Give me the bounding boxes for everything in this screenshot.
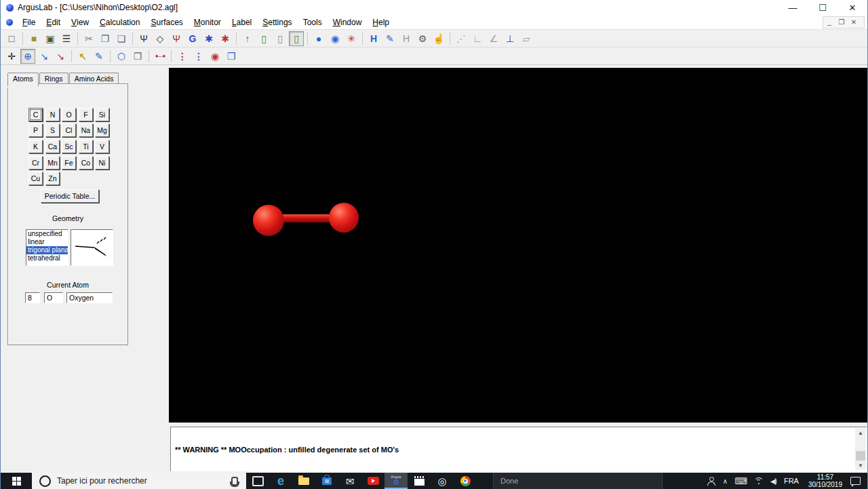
sphere-display-icon[interactable]: ● xyxy=(311,31,326,46)
menu-label[interactable]: Label xyxy=(226,15,257,30)
select-tool-icon[interactable]: ↖ xyxy=(75,49,90,64)
action-center-icon[interactable] xyxy=(850,477,861,485)
volume-icon[interactable]: ◀) xyxy=(767,477,780,485)
scale-z-tool-icon[interactable]: ↘ xyxy=(37,49,52,64)
energy-meter-icon[interactable]: ▯ xyxy=(289,31,304,46)
hide-hydrogens-icon[interactable]: H xyxy=(399,31,414,46)
duplicate-icon[interactable]: ❐ xyxy=(130,49,145,64)
edit-labels-icon[interactable]: ✎ xyxy=(382,31,397,46)
close-button[interactable]: ✕ xyxy=(837,0,867,15)
rotate-tool-icon[interactable]: ⊕ xyxy=(20,49,35,64)
element-button-cu[interactable]: Cu xyxy=(28,172,43,185)
molecule-builder-red-icon[interactable]: ✱ xyxy=(218,31,233,46)
clean-geometry-icon[interactable]: Ψ xyxy=(136,31,151,46)
cpk-display-icon[interactable]: ◉ xyxy=(328,31,342,46)
menu-file[interactable]: File xyxy=(17,15,41,30)
wifi-button[interactable] xyxy=(751,477,767,485)
taskbar-search[interactable]: Taper ici pour rechercher xyxy=(32,473,246,489)
element-button-ni[interactable]: Ni xyxy=(95,156,109,170)
geometry-option-tetrahedral[interactable]: tetrahedral xyxy=(26,254,68,262)
start-button[interactable] xyxy=(1,473,32,489)
scroll-down-icon[interactable]: ▼ xyxy=(855,461,866,470)
new-file-icon[interactable]: □ xyxy=(4,31,19,46)
measure-angle-icon[interactable]: ∠ xyxy=(486,31,501,46)
element-button-co[interactable]: Co xyxy=(79,156,93,170)
scroll-up-icon[interactable]: ▲ xyxy=(855,428,866,437)
menu-calculation[interactable]: Calculation xyxy=(94,15,145,30)
flip-molecule-blue-icon[interactable]: ⋮ xyxy=(191,49,206,64)
task-view-button[interactable] xyxy=(246,473,269,489)
render-box-icon[interactable]: ❒ xyxy=(224,49,239,64)
store-button[interactable]: ⊞ xyxy=(315,473,338,489)
tray-overflow-button[interactable]: ∧ xyxy=(719,477,731,485)
tab-rings[interactable]: Rings xyxy=(39,73,68,84)
geometry-listbox[interactable]: unspecified linear trigonal planar tetra… xyxy=(26,229,68,266)
element-button-p[interactable]: P xyxy=(28,123,43,137)
menu-window[interactable]: Window xyxy=(328,15,368,30)
bond-tool-icon[interactable]: ●—● xyxy=(153,49,167,64)
cut-icon[interactable]: ✂ xyxy=(81,31,96,46)
element-button-mn[interactable]: Mn xyxy=(45,156,60,170)
tab-amino-acids[interactable]: Amino Acids xyxy=(69,73,119,84)
geometry-option-linear[interactable]: linear xyxy=(26,238,68,246)
element-name-field[interactable]: Oxygen xyxy=(66,292,113,303)
element-button-cr[interactable]: Cr xyxy=(28,156,43,170)
adjust-tool-icon[interactable]: ⚙ xyxy=(415,31,430,46)
axes-icon[interactable]: ⊥ xyxy=(502,31,517,46)
measure-length-icon[interactable]: ∟ xyxy=(470,31,485,46)
open-file-icon[interactable]: ■ xyxy=(26,31,41,46)
log-scrollbar[interactable]: ▲ ▼ xyxy=(855,428,866,470)
draw-ring-tool-icon[interactable]: ⬡ xyxy=(114,49,129,64)
menu-settings[interactable]: Settings xyxy=(257,15,297,30)
background-window-button[interactable]: Done xyxy=(493,473,663,489)
optimize-torch-icon[interactable]: ↑ xyxy=(240,31,255,46)
media-player-button[interactable]: ◎ xyxy=(431,473,454,489)
arguslab-taskbar-button[interactable]: Argus ⚙ xyxy=(384,473,408,489)
touch-keyboard-icon[interactable]: ⌨ xyxy=(731,476,751,486)
element-button-v[interactable]: V xyxy=(95,140,109,153)
output-list-icon[interactable]: ☰ xyxy=(59,31,74,46)
element-button-zn[interactable]: Zn xyxy=(45,172,60,185)
element-button-si[interactable]: Si xyxy=(95,108,109,121)
menu-help[interactable]: Help xyxy=(367,15,395,30)
measure-distance-icon[interactable]: ⋰ xyxy=(454,31,469,46)
output-log[interactable]: ** WARNING ** MOOccupation : unfilled de… xyxy=(170,427,867,471)
element-symbol-field[interactable]: O xyxy=(44,292,63,303)
paste-icon[interactable]: ❏ xyxy=(114,31,129,46)
element-button-cl[interactable]: Cl xyxy=(62,123,76,137)
element-button-o[interactable]: O xyxy=(62,108,76,121)
delete-molecule-icon[interactable]: ✳ xyxy=(344,31,359,46)
translate-tool-icon[interactable]: ✛ xyxy=(4,49,19,64)
plane-icon[interactable]: ▱ xyxy=(519,31,534,46)
flip-molecule-red-icon[interactable]: ⋮ xyxy=(175,49,190,64)
element-button-sc[interactable]: Sc xyxy=(62,140,76,153)
menu-tools[interactable]: Tools xyxy=(298,15,328,30)
menu-surfaces[interactable]: Surfaces xyxy=(145,15,188,30)
tab-atoms[interactable]: Atoms xyxy=(7,73,39,86)
grab-tool-icon[interactable]: ☝ xyxy=(431,31,446,46)
microphone-icon[interactable] xyxy=(231,477,238,486)
minimize-button[interactable]: — xyxy=(778,0,808,15)
draw-atom-tool-icon[interactable]: ✎ xyxy=(92,49,106,64)
energy-meter-icon[interactable]: ▯ xyxy=(256,31,271,46)
auto-optimize-icon[interactable]: Ψ xyxy=(169,31,184,46)
element-button-ca[interactable]: Ca xyxy=(45,140,60,153)
element-button-mg[interactable]: Mg xyxy=(95,123,109,137)
geometry-option-trigonal-planar[interactable]: trigonal planar xyxy=(26,246,68,254)
element-button-c[interactable]: C xyxy=(28,108,43,121)
menu-monitor[interactable]: Monitor xyxy=(189,15,226,30)
scale-tool-icon[interactable]: ↘ xyxy=(53,49,68,64)
symmetry-icon[interactable]: ◇ xyxy=(153,31,167,46)
energy-meter-icon[interactable]: ▯ xyxy=(273,31,288,46)
oxygen-atom-right[interactable] xyxy=(329,203,359,233)
youtube-button[interactable] xyxy=(361,473,384,489)
taskbar-clock[interactable]: 11:57 30/10/2019 xyxy=(803,473,848,488)
language-indicator[interactable]: FRA xyxy=(780,477,803,485)
element-button-fe[interactable]: Fe xyxy=(62,156,76,170)
element-button-k[interactable]: K xyxy=(28,140,43,153)
people-button[interactable] xyxy=(703,477,719,486)
molecule-viewport[interactable] xyxy=(169,68,868,423)
element-button-s[interactable]: S xyxy=(45,123,60,137)
mail-button[interactable]: ✉ xyxy=(338,473,361,489)
molecule-builder-blue-icon[interactable]: ✱ xyxy=(201,31,216,46)
